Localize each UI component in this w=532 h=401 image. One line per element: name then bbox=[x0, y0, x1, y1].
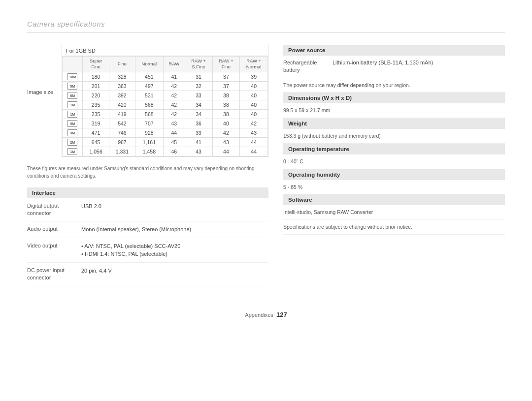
page-container: Camera specifications Image size For 1GB… bbox=[0, 0, 532, 338]
interface-label-1: Audio output bbox=[27, 225, 81, 234]
cell-r7-c1: 967 bbox=[109, 137, 135, 147]
cell-r2-c0: 220 bbox=[83, 91, 109, 100]
cell-r1-c1: 363 bbox=[109, 81, 135, 91]
table-row: 2M6459671,16145414344 bbox=[63, 137, 268, 147]
cell-r1-c2: 497 bbox=[135, 81, 164, 91]
table-row: 5M20136349742323740 bbox=[63, 81, 268, 91]
cell-r2-c4: 33 bbox=[185, 91, 212, 100]
cell-r8-c6: 44 bbox=[240, 147, 268, 156]
interface-list-item: HDMI 1.4: NTSC, PAL (selectable) bbox=[81, 250, 268, 258]
cell-r8-c2: 1,458 bbox=[135, 147, 164, 156]
for-1gb-label: For 1GB SD bbox=[62, 45, 268, 56]
cell-r4-c3: 42 bbox=[163, 109, 185, 119]
cell-r0-c0: 180 bbox=[83, 72, 109, 81]
right-section-header-3: Operating temperature bbox=[283, 144, 505, 154]
cell-r7-c3: 45 bbox=[163, 137, 185, 147]
icon-cell-8m: 8M bbox=[63, 91, 83, 100]
cell-r4-c5: 38 bbox=[212, 109, 240, 119]
icon-cell-1m-s: 1M bbox=[63, 109, 83, 119]
cell-r8-c4: 43 bbox=[185, 147, 212, 156]
right-section-header-2: Weight bbox=[283, 118, 505, 129]
right-section-value-4: 5 - 85 % bbox=[283, 180, 505, 195]
image-size-table-container: For 1GB SD SuperFine Fine Normal RAW RAW… bbox=[62, 45, 268, 157]
icon-cell-5m: 5M bbox=[63, 119, 83, 128]
table-row: 1M23541956842343840 bbox=[63, 109, 268, 119]
cell-r5-c4: 36 bbox=[185, 119, 212, 128]
right-section-value-5: Intelli-studio, Samsung RAW Converter bbox=[283, 205, 505, 220]
interface-rows: Digital output connectorUSB 2.0Audio out… bbox=[27, 198, 268, 286]
table-row: 3M47174692844394243 bbox=[63, 128, 268, 137]
cell-r6-c4: 39 bbox=[185, 128, 212, 137]
cell-r4-c1: 419 bbox=[109, 109, 135, 119]
col-header-normal: Normal bbox=[135, 57, 164, 72]
cell-r4-c2: 568 bbox=[135, 109, 164, 119]
cell-r7-c0: 645 bbox=[83, 137, 109, 147]
cell-r2-c2: 531 bbox=[135, 91, 164, 100]
col-header-fine: Fine bbox=[109, 57, 135, 72]
interface-label-0: Digital output connector bbox=[27, 202, 81, 217]
col-header-raw: RAW bbox=[163, 57, 185, 72]
cell-r6-c5: 42 bbox=[212, 128, 240, 137]
final-note: Specifications are subject to change wit… bbox=[283, 220, 505, 235]
cell-r4-c0: 235 bbox=[83, 109, 109, 119]
cell-r0-c2: 451 bbox=[135, 72, 164, 81]
content-wrapper: Image size For 1GB SD SuperFine Fine Nor… bbox=[27, 45, 505, 286]
cell-r3-c1: 420 bbox=[109, 100, 135, 109]
cell-r1-c4: 32 bbox=[185, 81, 212, 91]
cell-r5-c6: 42 bbox=[240, 119, 268, 128]
table-row: 5M31954270743364042 bbox=[63, 119, 268, 128]
right-section-header-0: Power source bbox=[283, 45, 505, 56]
icon-cell-1m-sm: 1M bbox=[63, 147, 83, 156]
cell-r5-c5: 40 bbox=[212, 119, 240, 128]
cell-r0-c3: 41 bbox=[163, 72, 185, 81]
cell-r2-c6: 40 bbox=[240, 91, 268, 100]
right-spec-row-0-0: Rechargeable batteryLithium-ion battery … bbox=[283, 56, 505, 78]
cell-r7-c5: 43 bbox=[212, 137, 240, 147]
col-header-raw-fine: RAW +Fine bbox=[212, 57, 240, 72]
cell-r8-c3: 46 bbox=[163, 147, 185, 156]
right-section-header-4: Operating humidity bbox=[283, 169, 505, 180]
interface-value-3: 20 pin, 4.4 V bbox=[81, 267, 268, 282]
right-section-3: Operating temperature0 - 40˚ C bbox=[283, 144, 505, 169]
cell-r2-c3: 42 bbox=[163, 91, 185, 100]
cell-r3-c5: 38 bbox=[212, 100, 240, 109]
table-row: 8M22039253142333840 bbox=[63, 91, 268, 100]
cell-r1-c0: 201 bbox=[83, 81, 109, 91]
image-size-footnote: These figures are measured under Samsung… bbox=[27, 165, 268, 180]
icon-cell-1m-l: 1M bbox=[63, 100, 83, 109]
cell-r8-c5: 44 bbox=[212, 147, 240, 156]
interface-row-3: DC power input connector20 pin, 4.4 V bbox=[27, 263, 268, 286]
col-header-super-fine: SuperFine bbox=[83, 57, 109, 72]
footer: Appendixes 127 bbox=[27, 311, 505, 318]
cell-r1-c3: 42 bbox=[163, 81, 185, 91]
left-column: Image size For 1GB SD SuperFine Fine Nor… bbox=[27, 45, 268, 286]
interface-row-2: Video outputA/V: NTSC, PAL (selectable) … bbox=[27, 238, 268, 263]
page-number: 127 bbox=[276, 311, 287, 318]
interface-label-3: DC power input connector bbox=[27, 267, 81, 282]
image-size-table: SuperFine Fine Normal RAW RAW +S.Fine RA… bbox=[62, 56, 268, 156]
cell-r6-c3: 44 bbox=[163, 128, 185, 137]
interface-section: Interface Digital output connectorUSB 2.… bbox=[27, 187, 268, 286]
cell-r3-c4: 34 bbox=[185, 100, 212, 109]
cell-r1-c5: 37 bbox=[212, 81, 240, 91]
cell-r0-c4: 31 bbox=[185, 72, 212, 81]
icon-cell-3m: 3M bbox=[63, 128, 83, 137]
table-row: 10M18032845141313739 bbox=[63, 72, 268, 81]
appendixes-label: Appendixes bbox=[245, 312, 273, 318]
icon-cell-10m: 10M bbox=[63, 72, 83, 81]
right-section-note-0: The power source may differ depending on… bbox=[283, 78, 505, 93]
right-section-1: Dimensions (W x H x D)99.5 x 59 x 21.7 m… bbox=[283, 93, 505, 118]
cell-r8-c1: 1,331 bbox=[109, 147, 135, 156]
interface-label-2: Video output bbox=[27, 242, 81, 258]
interface-header: Interface bbox=[27, 187, 268, 198]
cell-r7-c2: 1,161 bbox=[135, 137, 164, 147]
right-section-5: SoftwareIntelli-studio, Samsung RAW Conv… bbox=[283, 194, 505, 220]
cell-r3-c0: 235 bbox=[83, 100, 109, 109]
right-section-header-5: Software bbox=[283, 194, 505, 205]
cell-r6-c0: 471 bbox=[83, 128, 109, 137]
image-size-section: Image size For 1GB SD SuperFine Fine Nor… bbox=[27, 45, 268, 157]
right-section-value-2: 153.3 g (without battery and memory card… bbox=[283, 129, 505, 144]
interface-value-0: USB 2.0 bbox=[81, 202, 268, 217]
cell-r2-c5: 38 bbox=[212, 91, 240, 100]
interface-list-item: A/V: NTSC, PAL (selectable) SCC-AV20 bbox=[81, 242, 268, 250]
